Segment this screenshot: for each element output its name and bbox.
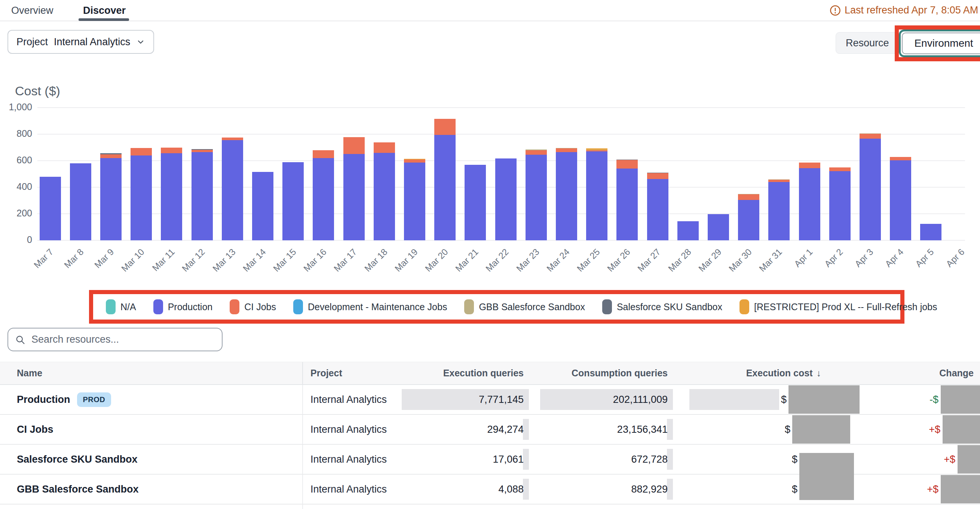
bar-segment-production[interactable]: [647, 179, 668, 240]
project-filter-dropdown[interactable]: Project Internal Analytics: [8, 30, 154, 54]
column-header-name[interactable]: Name: [0, 362, 303, 384]
bar-segment-production[interactable]: [586, 151, 608, 240]
bar-segment-production[interactable]: [525, 155, 547, 240]
bar-segment-production[interactable]: [434, 135, 456, 240]
search-input[interactable]: [31, 333, 215, 346]
column-header-project[interactable]: Project: [303, 362, 408, 384]
column-header-execution-cost[interactable]: Execution cost ↓: [675, 362, 829, 384]
tab-discover[interactable]: Discover: [83, 5, 126, 16]
column-header-consumption-queries[interactable]: Consumption queries: [531, 362, 675, 384]
cell-value: 4,088: [498, 484, 523, 495]
bar-segment-production[interactable]: [130, 155, 152, 240]
search-icon: [15, 335, 25, 345]
bar-segment-ci-jobs[interactable]: [829, 167, 851, 171]
bar-segment-production[interactable]: [678, 221, 699, 240]
cell-value: 882,929: [631, 484, 668, 495]
change-sign: +$: [944, 454, 955, 465]
bar-segment-gbb-salesforce-sandbox[interactable]: [768, 179, 790, 180]
bar-segment-production[interactable]: [708, 214, 729, 240]
bar-segment-ci-jobs[interactable]: [404, 160, 425, 163]
x-axis-tick-label: Mar 11: [150, 247, 177, 273]
legend-item[interactable]: [RESTRICTED] Prod XL -- Full-Refresh job…: [740, 299, 937, 314]
bar-segment-ci-jobs[interactable]: [161, 147, 182, 154]
bar-segment-production[interactable]: [859, 139, 881, 240]
bar-segment-ci-jobs[interactable]: [859, 134, 881, 139]
bar-segment-production[interactable]: [374, 153, 395, 240]
bar-segment-production[interactable]: [829, 171, 851, 240]
legend-item[interactable]: Development - Maintenance Jobs: [293, 299, 447, 314]
legend-item[interactable]: GBB Salesforce Sandbox: [464, 299, 585, 314]
bar-segment--restricted-prod-xl-full-refresh-jobs[interactable]: [586, 148, 608, 150]
legend-item[interactable]: Salesforce SKU Sandbox: [602, 299, 722, 314]
bar-segment-production[interactable]: [191, 152, 213, 240]
bar-segment-ci-jobs[interactable]: [313, 150, 334, 158]
bar-segment-ci-jobs[interactable]: [647, 173, 668, 179]
bar-segment-production[interactable]: [252, 172, 274, 240]
bar-segment-salesforce-sku-sandbox[interactable]: [100, 153, 122, 154]
bar-segment-ci-jobs[interactable]: [556, 148, 577, 152]
environment-badge: PROD: [77, 392, 111, 407]
bar-segment-production[interactable]: [404, 163, 425, 240]
x-axis-tick-label: Apr 5: [913, 247, 936, 269]
bar-segment-gbb-salesforce-sandbox[interactable]: [556, 148, 577, 148]
bar-segment-gbb-salesforce-sandbox[interactable]: [586, 150, 608, 150]
group-by-environment-button[interactable]: Environment: [902, 33, 980, 54]
bar-segment-ci-jobs[interactable]: [525, 150, 547, 155]
bar-segment-ci-jobs[interactable]: [890, 157, 911, 160]
bar-segment-production[interactable]: [222, 140, 243, 240]
legend-item[interactable]: Production: [153, 299, 213, 314]
bar-segment-production[interactable]: [495, 159, 517, 240]
bar-segment-ci-jobs[interactable]: [586, 150, 608, 151]
bar-segment-ci-jobs[interactable]: [344, 137, 365, 154]
bar-segment-production[interactable]: [890, 160, 911, 240]
bar-segment-production[interactable]: [100, 158, 122, 240]
table-row[interactable]: ProductionPRODInternal Analytics7,771,14…: [0, 385, 980, 415]
bar-segment-ci-jobs[interactable]: [191, 150, 213, 152]
column-header-change[interactable]: Change: [829, 362, 980, 384]
search-box[interactable]: [8, 328, 223, 351]
bar-segment-ci-jobs[interactable]: [768, 180, 790, 182]
bar-segment-ci-jobs[interactable]: [374, 143, 395, 153]
bar-segment-production[interactable]: [768, 182, 790, 240]
bar-segment-ci-jobs[interactable]: [799, 163, 820, 168]
cell-execution-queries: 7,771,145: [408, 385, 531, 414]
cell-value: 202,111,009: [613, 394, 668, 406]
table-row[interactable]: CI JobsInternal Analytics294,27423,156,3…: [0, 415, 980, 445]
chart-legend: N/AProductionCI JobsDevelopment - Mainte…: [106, 299, 937, 314]
bar-segment-salesforce-sku-sandbox[interactable]: [191, 149, 213, 150]
redaction-block: [792, 415, 850, 444]
cell-name: Salesforce SKU Sandbox: [0, 445, 303, 474]
bar-segment-production[interactable]: [799, 168, 820, 240]
bar-segment-production[interactable]: [344, 154, 365, 240]
x-axis-tick-label: Mar 28: [666, 247, 693, 274]
bar-segment-gbb-salesforce-sandbox[interactable]: [859, 133, 881, 134]
legend-item[interactable]: CI Jobs: [230, 299, 276, 314]
legend-item[interactable]: N/A: [106, 299, 136, 314]
bar-segment-production[interactable]: [40, 177, 61, 240]
bar-segment-production[interactable]: [70, 163, 91, 240]
bar-segment-ci-jobs[interactable]: [130, 148, 152, 155]
group-by-resource-button[interactable]: Resource: [835, 32, 899, 54]
bar-segment--restricted-prod-xl-full-refresh-jobs[interactable]: [404, 159, 425, 160]
legend-annotation-box: N/AProductionCI JobsDevelopment - Mainte…: [89, 290, 904, 323]
column-header-execution-queries[interactable]: Execution queries: [408, 362, 531, 384]
bar-segment-ci-jobs[interactable]: [434, 119, 456, 135]
cell-value: 23,156,341: [617, 424, 668, 435]
bar-segment-ci-jobs[interactable]: [222, 138, 243, 140]
bar-segment-production[interactable]: [313, 158, 334, 240]
bar-segment-ci-jobs[interactable]: [738, 194, 759, 200]
bar-segment-gbb-salesforce-sandbox[interactable]: [525, 149, 547, 150]
bar-segment-salesforce-sku-sandbox[interactable]: [647, 173, 668, 173]
bar-segment-production[interactable]: [920, 224, 942, 240]
bar-segment-salesforce-sku-sandbox[interactable]: [616, 160, 638, 160]
bar-segment-production[interactable]: [161, 153, 182, 240]
bar-segment-production[interactable]: [282, 162, 304, 240]
bar-segment-production[interactable]: [556, 152, 577, 240]
bar-segment-production[interactable]: [738, 200, 759, 240]
bar-segment-ci-jobs[interactable]: [100, 154, 122, 158]
bar-segment-production[interactable]: [616, 168, 638, 240]
tab-overview[interactable]: Overview: [11, 5, 54, 16]
bar-segment-gbb-salesforce-sandbox[interactable]: [738, 194, 759, 194]
bar-segment-ci-jobs[interactable]: [616, 160, 638, 168]
bar-segment-production[interactable]: [465, 165, 486, 240]
